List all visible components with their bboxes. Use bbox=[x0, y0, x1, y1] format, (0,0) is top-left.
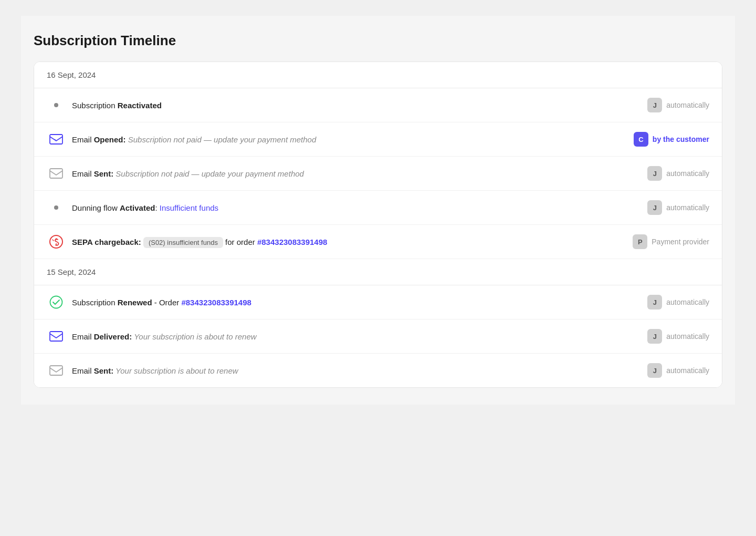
meta-text: automatically bbox=[666, 366, 709, 375]
svg-rect-0 bbox=[50, 135, 62, 144]
sepa-badge: (S02) insufficient funds bbox=[143, 237, 223, 248]
table-row: SEPA chargeback: (S02) insufficient fund… bbox=[34, 225, 722, 259]
row-meta: J automatically bbox=[647, 98, 709, 112]
row-content: Email Opened: Subscription not paid — up… bbox=[72, 135, 634, 144]
table-row: Subscription Renewed - Order #8343230833… bbox=[34, 285, 722, 319]
row-content: Email Sent: Subscription not paid — upda… bbox=[72, 169, 647, 178]
meta-text: automatically bbox=[666, 298, 709, 306]
page-title: Subscription Timeline bbox=[34, 33, 722, 49]
bullet-icon bbox=[47, 205, 66, 210]
avatar: J bbox=[647, 98, 662, 112]
table-row: Email Sent: Subscription not paid — upda… bbox=[34, 157, 722, 191]
svg-rect-1 bbox=[50, 169, 62, 178]
table-row: Dunning flow Activated: Insufficient fun… bbox=[34, 191, 722, 225]
table-row: Email Opened: Subscription not paid — up… bbox=[34, 122, 722, 157]
svg-rect-4 bbox=[50, 332, 62, 341]
check-circle-icon bbox=[47, 295, 66, 309]
table-row: Subscription Reactivated J automatically bbox=[34, 88, 722, 122]
sepa-chargeback-icon bbox=[47, 234, 66, 249]
meta-text: automatically bbox=[666, 203, 709, 212]
date-header-2: 15 Sept, 2024 bbox=[34, 259, 722, 285]
email-delivered-icon bbox=[47, 331, 66, 342]
avatar: J bbox=[647, 295, 662, 310]
svg-rect-5 bbox=[50, 366, 62, 375]
avatar: J bbox=[647, 329, 662, 344]
avatar: J bbox=[647, 166, 662, 181]
row-content: Subscription Renewed - Order #8343230833… bbox=[72, 298, 647, 307]
row-content: SEPA chargeback: (S02) insufficient fund… bbox=[72, 238, 633, 246]
avatar: P bbox=[633, 234, 647, 249]
row-content: Dunning flow Activated: Insufficient fun… bbox=[72, 203, 647, 212]
row-content: Email Delivered: Your subscription is ab… bbox=[72, 332, 647, 341]
row-meta: J automatically bbox=[647, 166, 709, 181]
row-meta: J automatically bbox=[647, 295, 709, 310]
email-opened-icon bbox=[47, 134, 66, 145]
row-meta: P Payment provider bbox=[633, 234, 709, 249]
svg-point-3 bbox=[50, 296, 62, 308]
meta-text: automatically bbox=[666, 332, 709, 341]
bullet-icon bbox=[47, 103, 66, 107]
row-meta: C by the customer bbox=[634, 132, 709, 147]
timeline-card: 16 Sept, 2024 Subscription Reactivated J… bbox=[34, 61, 722, 388]
row-content: Subscription Reactivated bbox=[72, 101, 647, 110]
avatar: J bbox=[647, 200, 662, 215]
avatar: J bbox=[647, 363, 662, 378]
row-content: Email Sent: Your subscription is about t… bbox=[72, 366, 647, 375]
row-meta: J automatically bbox=[647, 200, 709, 215]
email-sent-icon bbox=[47, 168, 66, 179]
meta-text: automatically bbox=[666, 101, 709, 109]
row-meta: J automatically bbox=[647, 363, 709, 378]
meta-text-link[interactable]: by the customer bbox=[653, 135, 709, 143]
main-container: Subscription Timeline 16 Sept, 2024 Subs… bbox=[21, 16, 735, 405]
row-meta: J automatically bbox=[647, 329, 709, 344]
table-row: Email Delivered: Your subscription is ab… bbox=[34, 319, 722, 354]
email-sent-icon-2 bbox=[47, 365, 66, 376]
meta-text: automatically bbox=[666, 169, 709, 178]
table-row: Email Sent: Your subscription is about t… bbox=[34, 354, 722, 387]
meta-text: Payment provider bbox=[652, 238, 709, 246]
avatar: C bbox=[634, 132, 648, 147]
date-header-1: 16 Sept, 2024 bbox=[34, 62, 722, 88]
